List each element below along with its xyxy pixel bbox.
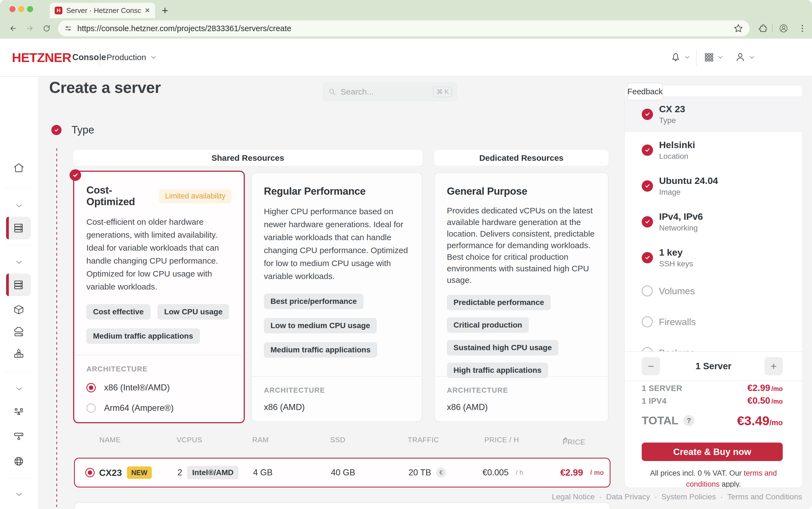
summary-step-image[interactable]: Ubuntu 24.04Image <box>625 168 802 204</box>
card-cost-optimized[interactable]: Cost-Optimized Limited availability Cost… <box>73 171 245 423</box>
price-line-ipv4: 1 IPV4 €0.50 /mo <box>642 396 783 408</box>
home-icon[interactable] <box>13 162 25 174</box>
hetzner-logo[interactable]: HETZNER <box>12 50 71 65</box>
card-description: Cost-efficient on older hardware generat… <box>86 215 231 293</box>
server-count-stepper: − 1 Server + <box>625 351 802 381</box>
url-text[interactable]: https://console.hetzner.com/projects/283… <box>77 24 728 33</box>
summary-step-volumes[interactable]: Volumes <box>625 275 802 306</box>
card-title: Cost-Optimized <box>86 184 152 208</box>
table-row-cx23-selected[interactable]: CX23 NEW 2 Intel®/AMD 4 GB 40 GB 20 TB €… <box>74 458 611 487</box>
server-name: CX23 <box>99 467 122 478</box>
sidebar-item-servers-active[interactable] <box>6 217 31 239</box>
image-cube-icon[interactable] <box>13 304 25 316</box>
minimize-window-button[interactable] <box>18 6 24 12</box>
done-check-icon <box>642 216 653 228</box>
footer-link-legal-notice[interactable]: Legal Notice <box>552 493 595 501</box>
footer-link-terms[interactable]: Terms and Conditions <box>727 493 802 501</box>
browser-menu-icon[interactable] <box>798 24 807 33</box>
column-ram[interactable]: RAM <box>252 436 269 444</box>
project-name: Production <box>106 53 146 62</box>
euro-badge: € <box>436 468 446 478</box>
grid-icon <box>704 52 714 63</box>
chevron-down-icon[interactable] <box>14 202 24 209</box>
header-divider <box>99 50 100 66</box>
card-general-purpose[interactable]: General Purpose Provides dedicated vCPUs… <box>434 172 608 422</box>
chevron-down-icon[interactable] <box>14 259 24 266</box>
radio-unselected-icon[interactable] <box>86 403 96 413</box>
search-placeholder: Search... <box>341 87 429 97</box>
table-row-cx33[interactable]: CX33 NEW 4 Intel®/AMD 8 GB 80 GB 20 TB €… <box>74 502 611 509</box>
sidebar-divider <box>5 478 32 479</box>
primary-ip-cloud-icon[interactable] <box>13 326 25 338</box>
radio-x86[interactable]: x86 (Intel®/AMD) <box>86 382 231 394</box>
apps-menu[interactable] <box>704 52 724 63</box>
summary-step-firewalls[interactable]: Firewalls <box>625 306 802 337</box>
card-description: Higher CPU performance based on newer ha… <box>264 205 410 283</box>
chevron-down-icon[interactable] <box>14 385 24 393</box>
search-input[interactable]: Search... ⌘ K <box>323 82 457 101</box>
radio-selected-icon[interactable] <box>86 383 96 393</box>
maximize-window-button[interactable] <box>27 6 33 12</box>
feedback-button[interactable]: Feedback <box>627 83 663 100</box>
increase-count-button[interactable]: + <box>764 357 783 375</box>
step-type-label: Type <box>71 124 94 136</box>
summary-step-backups[interactable]: Backups <box>625 337 802 351</box>
footer-link-system-policies[interactable]: System Policies <box>661 493 716 501</box>
vat-note: All prices incl. 0 % VAT. Our terms and … <box>625 468 802 487</box>
type-done-check-icon <box>51 125 62 135</box>
tag: Medium traffic applications <box>264 342 377 358</box>
card-tags: Best price/performance Low to medium CPU… <box>264 294 410 358</box>
column-vcpus[interactable]: VCPUS <box>177 436 202 444</box>
reload-icon[interactable] <box>42 24 51 33</box>
sidebar-divider <box>5 372 32 372</box>
order-summary-panel: CX 23Type HelsinkiLocation Ubuntu 24.04I… <box>625 86 802 487</box>
server-table-header: NAME VCPUS RAM SSD TRAFFIC PRICE / H PRI… <box>74 434 611 447</box>
shared-resources-header[interactable]: Shared Resources <box>73 150 423 166</box>
summary-step-type[interactable]: CX 23Type <box>625 96 802 132</box>
row-radio-selected[interactable] <box>85 468 95 477</box>
column-name[interactable]: NAME <box>99 436 121 444</box>
load-balancer-icon[interactable] <box>13 406 25 418</box>
browser-profile-avatar[interactable] <box>779 24 788 33</box>
chevron-down-icon[interactable] <box>14 491 24 498</box>
column-price-hour[interactable]: PRICE / H <box>485 436 519 444</box>
bookmark-star-icon[interactable] <box>733 23 744 34</box>
globe-icon[interactable] <box>13 455 25 467</box>
ram-value: 4 GB <box>253 468 273 478</box>
dedicated-resources-header[interactable]: Dedicated Resources <box>434 150 608 166</box>
toolbar-divider <box>772 25 773 32</box>
column-traffic[interactable]: TRAFFIC <box>408 436 439 444</box>
summary-step-ssh-keys[interactable]: 1 keySSH keys <box>625 240 802 275</box>
url-bar[interactable]: https://console.hetzner.com/projects/283… <box>58 21 750 36</box>
pending-circle-icon <box>642 347 653 351</box>
column-ssd[interactable]: SSD <box>330 436 345 444</box>
close-tab-icon[interactable]: ✕ <box>145 7 150 14</box>
new-tab-button[interactable]: + <box>162 3 168 18</box>
page-title: Create a server <box>49 78 161 97</box>
close-window-button[interactable] <box>9 6 15 12</box>
notifications-menu[interactable] <box>670 52 691 63</box>
back-icon[interactable] <box>8 24 18 33</box>
extensions-puzzle-icon[interactable] <box>758 24 767 33</box>
radio-arm64[interactable]: Arm64 (Ampere®) <box>86 402 231 414</box>
forward-icon[interactable] <box>25 24 35 33</box>
sidebar-item-server-active[interactable] <box>6 274 31 296</box>
site-settings-icon[interactable] <box>64 24 72 33</box>
firewall-icon[interactable] <box>13 347 25 360</box>
account-menu[interactable] <box>735 52 755 63</box>
card-regular-performance[interactable]: Regular Performance Higher CPU performan… <box>251 172 422 422</box>
create-buy-now-button[interactable]: Create & Buy now <box>642 443 783 461</box>
project-selector[interactable]: Production <box>106 53 157 62</box>
footer-link-data-privacy[interactable]: Data Privacy <box>606 493 650 501</box>
cpu-vendor-badge: Intel®/AMD <box>187 466 239 479</box>
total-help-icon[interactable]: ? <box>683 415 694 426</box>
summary-step-location[interactable]: HelsinkiLocation <box>625 132 802 168</box>
pending-circle-icon <box>642 285 653 296</box>
column-price[interactable]: PRICE <box>562 436 568 442</box>
new-badge: NEW <box>127 467 152 479</box>
tag: Best price/performance <box>264 294 364 309</box>
browser-tab[interactable]: H Server · Hetzner Console ✕ <box>50 3 155 18</box>
network-icon[interactable] <box>13 430 25 442</box>
price-month-unit: / mo <box>590 469 604 476</box>
summary-step-networking[interactable]: IPv4, IPv6Networking <box>625 204 802 240</box>
